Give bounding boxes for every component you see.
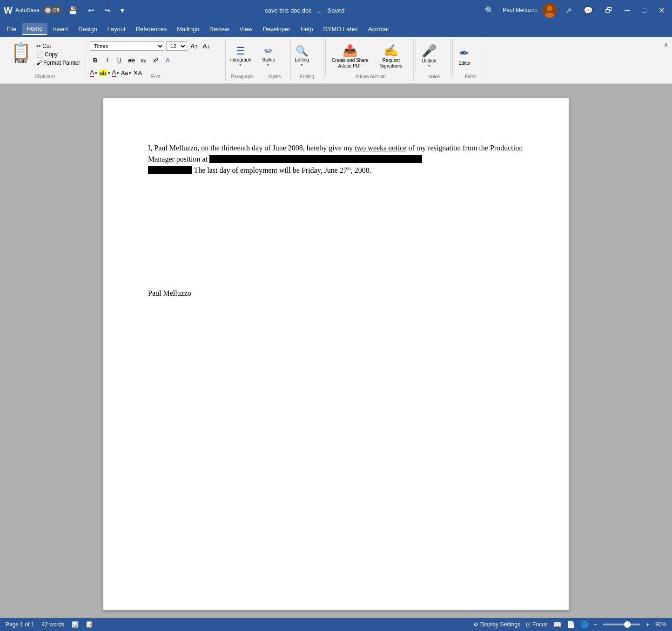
create-share-pdf-button[interactable]: 📤 Create and ShareAdobe PDF bbox=[331, 41, 369, 71]
editor-group-label: Editor bbox=[455, 73, 487, 79]
doc-name: save this doc.doc - ... - Saved bbox=[265, 7, 344, 14]
editor-button[interactable]: ✒ Editor bbox=[458, 41, 470, 71]
undo-button[interactable]: ↩ bbox=[84, 4, 98, 17]
dictate-dropdown[interactable]: ▾ bbox=[428, 63, 430, 68]
menu-home[interactable]: Home bbox=[22, 23, 47, 35]
comments-button[interactable]: 💬 bbox=[580, 4, 597, 17]
text-effect-button[interactable]: A bbox=[162, 55, 173, 65]
focus-button[interactable]: ⊡ Focus bbox=[526, 621, 548, 628]
bold-button[interactable]: B bbox=[90, 55, 100, 65]
request-signatures-button[interactable]: ✍ RequestSignatures bbox=[372, 41, 410, 71]
paragraph-icon: ☰ bbox=[236, 45, 245, 57]
strikethrough-button[interactable]: ab bbox=[126, 55, 136, 65]
paintbrush-icon: 🖌 bbox=[36, 60, 42, 66]
copy-button[interactable]: 📄 Copy bbox=[36, 51, 80, 58]
paragraph-dropdown[interactable]: ▾ bbox=[239, 62, 242, 67]
display-settings-button[interactable]: ⚙ Display Settings bbox=[473, 621, 520, 628]
editor-icon: ✒ bbox=[459, 46, 470, 61]
quick-access-dropdown[interactable]: ▾ bbox=[117, 4, 128, 17]
paragraph-button[interactable]: ☰ Paragraph ▾ bbox=[229, 41, 251, 71]
maximize-button[interactable]: □ bbox=[638, 4, 650, 16]
subscript-button[interactable]: x₂ bbox=[138, 55, 148, 65]
menu-references[interactable]: References bbox=[131, 24, 171, 34]
font-name-selector[interactable]: Times bbox=[90, 41, 164, 51]
autosave-toggle[interactable]: Off bbox=[42, 7, 62, 14]
italic-button[interactable]: I bbox=[102, 55, 112, 65]
save-button[interactable]: 💾 bbox=[65, 4, 81, 17]
ribbon: 📋 Paste ✂ Cut 📄 Copy 🖌 bbox=[0, 37, 672, 84]
paste-button[interactable]: 📋 Paste bbox=[7, 41, 34, 66]
read-mode-icon[interactable]: 📖 bbox=[553, 621, 561, 628]
underlined-notice: two weeks notice bbox=[355, 144, 406, 152]
cut-label: Cut bbox=[42, 43, 51, 49]
avatar[interactable] bbox=[542, 3, 557, 18]
ribbon-group-editor: ✒ Editor Editor bbox=[455, 39, 487, 81]
redo-button[interactable]: ↪ bbox=[101, 4, 114, 17]
ribbon-group-voice: 🎤 Dictate ▾ Voice bbox=[418, 39, 450, 81]
menu-developer[interactable]: Developer bbox=[258, 24, 295, 34]
menu-view[interactable]: View bbox=[235, 24, 257, 34]
create-pdf-label: Create and ShareAdobe PDF bbox=[332, 58, 369, 69]
track-changes-icon[interactable]: 📝 bbox=[86, 621, 93, 628]
styles-label: Styles bbox=[262, 57, 275, 62]
menu-bar: File Home Insert Design Layout Reference… bbox=[0, 20, 672, 37]
close-button[interactable]: ✕ bbox=[655, 4, 668, 17]
share-button[interactable]: ↗ bbox=[562, 4, 575, 17]
word-count: 42 words bbox=[41, 621, 64, 628]
collapse-ribbon-area: ∧ bbox=[664, 39, 668, 48]
minimize-button[interactable]: ─ bbox=[621, 4, 633, 16]
web-layout-icon[interactable]: 🌐 bbox=[580, 621, 588, 628]
font-size-selector[interactable]: 12 bbox=[166, 41, 187, 51]
search-button[interactable]: 🔍 bbox=[481, 4, 498, 17]
title-bar-left: W AutoSave Off 💾 ↩ ↪ ▾ bbox=[4, 4, 128, 17]
print-layout-icon[interactable]: 📄 bbox=[567, 621, 575, 628]
menu-mailings[interactable]: Mailings bbox=[172, 24, 204, 34]
menu-file[interactable]: File bbox=[2, 24, 21, 34]
autosave-label: AutoSave bbox=[15, 7, 40, 14]
clipboard-content: 📋 Paste ✂ Cut 📄 Copy 🖌 bbox=[7, 41, 82, 73]
paste-label: Paste bbox=[15, 59, 27, 64]
editing-dropdown[interactable]: ▾ bbox=[301, 62, 303, 67]
underline-button[interactable]: U bbox=[114, 55, 124, 65]
paragraph-text: I, Paul Melluzzo, on the thirteenth day … bbox=[148, 144, 523, 174]
clipboard-group-label: Clipboard bbox=[4, 73, 86, 79]
page[interactable]: I, Paul Melluzzo, on the thirteenth day … bbox=[103, 98, 569, 610]
restore-button[interactable]: 🗗 bbox=[601, 4, 616, 16]
ribbon-group-clipboard: 📋 Paste ✂ Cut 📄 Copy 🖌 bbox=[4, 39, 86, 81]
status-bar: Page 1 of 1 42 words 📊 📝 ⚙ Display Setti… bbox=[0, 618, 672, 631]
shrink-font-button[interactable]: A↓ bbox=[201, 41, 211, 51]
scissors-icon: ✂ bbox=[36, 43, 41, 49]
format-painter-button[interactable]: 🖌 Format Painter bbox=[36, 60, 80, 66]
collapse-ribbon-button[interactable]: ∧ bbox=[664, 41, 668, 48]
ribbon-group-paragraph: ☰ Paragraph ▾ Paragraph bbox=[226, 39, 258, 81]
menu-insert[interactable]: Insert bbox=[48, 24, 73, 34]
ribbon-group-styles: ✏ Styles ▾ Styles bbox=[258, 39, 291, 81]
dictate-label: Dictate bbox=[422, 58, 437, 63]
grow-font-button[interactable]: A↑ bbox=[189, 41, 199, 51]
font-name-row: Times 12 A↑ A↓ bbox=[90, 41, 222, 51]
paragraph-group-label: Paragraph bbox=[226, 73, 258, 79]
dictate-button[interactable]: 🎤 Dictate ▾ bbox=[422, 41, 437, 71]
editing-button[interactable]: 🔍 Editing ▾ bbox=[295, 41, 309, 71]
zoom-slider[interactable] bbox=[603, 624, 640, 625]
autosave-state: Off bbox=[53, 7, 59, 13]
signature-area: Paul Melluzzo bbox=[148, 288, 524, 299]
superscript-button[interactable]: x² bbox=[150, 55, 161, 65]
styles-icon: ✏ bbox=[264, 45, 273, 57]
menu-design[interactable]: Design bbox=[74, 24, 101, 34]
document-stats-icon[interactable]: 📊 bbox=[72, 621, 79, 628]
styles-dropdown[interactable]: ▾ bbox=[267, 62, 269, 67]
menu-dymo[interactable]: DYMO Label bbox=[318, 24, 362, 34]
format-painter-label: Format Painter bbox=[43, 60, 80, 66]
menu-help[interactable]: Help bbox=[296, 24, 318, 34]
menu-layout[interactable]: Layout bbox=[103, 24, 130, 34]
cut-button[interactable]: ✂ Cut bbox=[36, 43, 80, 49]
menu-acrobat[interactable]: Acrobat bbox=[363, 24, 394, 34]
ribbon-group-adobe: 📤 Create and ShareAdobe PDF ✍ RequestSig… bbox=[328, 39, 414, 81]
focus-label: Focus bbox=[532, 621, 548, 628]
microphone-icon: 🎤 bbox=[422, 44, 437, 58]
zoom-in-button[interactable]: + bbox=[646, 621, 650, 628]
styles-button[interactable]: ✏ Styles ▾ bbox=[262, 41, 275, 71]
menu-review[interactable]: Review bbox=[205, 24, 234, 34]
zoom-out-button[interactable]: − bbox=[594, 621, 598, 628]
